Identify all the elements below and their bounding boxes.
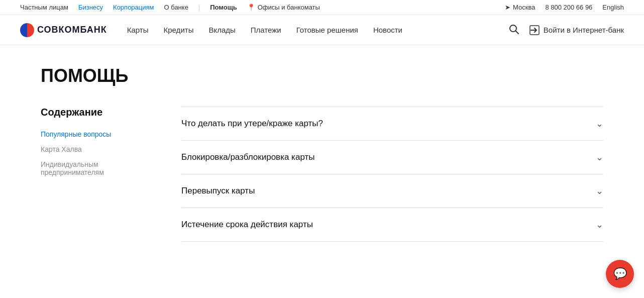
- page-title: ПОМОЩЬ: [41, 65, 603, 86]
- sidebar-title: Содержание: [41, 107, 151, 118]
- nav-links: Карты Кредиты Вклады Платежи Готовые реш…: [127, 26, 508, 34]
- chevron-down-icon-3: ⌄: [596, 185, 603, 196]
- nav-deposits[interactable]: Вклады: [208, 26, 235, 34]
- svg-line-1: [515, 31, 518, 34]
- location-arrow-icon: ➤: [505, 4, 510, 11]
- logo[interactable]: СОВКОМБАНК: [20, 23, 107, 37]
- topbar-business[interactable]: Бизнесу: [78, 4, 103, 11]
- chevron-down-icon-4: ⌄: [596, 219, 603, 230]
- logo-icon: [20, 23, 34, 37]
- sidebar-entrepreneurs[interactable]: Индивидуальным предпринимателям: [41, 160, 151, 176]
- topbar-left: Частным лицам Бизнесу Корпорациям О банк…: [20, 4, 495, 11]
- nav-credits[interactable]: Кредиты: [164, 26, 194, 34]
- topbar-right: ➤ Москва 8 800 200 66 96 English: [505, 4, 624, 11]
- search-icon[interactable]: [508, 24, 519, 37]
- topbar-language[interactable]: English: [602, 4, 624, 11]
- faq-item-2[interactable]: Блокировка/разблокировка карты ⌄: [181, 141, 603, 174]
- topbar: Частным лицам Бизнесу Корпорациям О банк…: [0, 0, 644, 15]
- topbar-help[interactable]: Помощь: [210, 4, 237, 11]
- sidebar-halva[interactable]: Карта Халва: [41, 145, 151, 153]
- topbar-location[interactable]: ➤ Москва: [505, 4, 535, 11]
- logo-text: СОВКОМБАНК: [37, 25, 107, 35]
- faq-item-3[interactable]: Перевыпуск карты ⌄: [181, 174, 603, 208]
- faq-question-4: Истечение срока действия карты: [181, 220, 313, 230]
- main-content: ПОМОЩЬ Содержание Популярные вопросы Кар…: [21, 45, 623, 262]
- sidebar: Содержание Популярные вопросы Карта Халв…: [41, 107, 151, 242]
- topbar-phone: 8 800 200 66 96: [545, 4, 592, 11]
- nav-cards[interactable]: Карты: [127, 26, 149, 34]
- content-layout: Содержание Популярные вопросы Карта Халв…: [41, 107, 603, 242]
- faq-question-2: Блокировка/разблокировка карты: [181, 152, 314, 162]
- nav-solutions[interactable]: Готовые решения: [296, 26, 358, 34]
- nav-actions: Войти в Интернет-банк: [508, 24, 624, 37]
- topbar-corporate[interactable]: Корпорациям: [113, 4, 154, 11]
- chevron-down-icon-2: ⌄: [596, 152, 603, 163]
- topbar-about[interactable]: О банке: [164, 4, 188, 11]
- navbar: СОВКОМБАНК Карты Кредиты Вклады Платежи …: [0, 15, 644, 45]
- faq-section: Что делать при утере/краже карты? ⌄ Блок…: [181, 107, 603, 242]
- sidebar-links: Популярные вопросы Карта Халва Индивидуа…: [41, 130, 151, 176]
- faq-item-1[interactable]: Что делать при утере/краже карты? ⌄: [181, 107, 603, 141]
- nav-payments[interactable]: Платежи: [251, 26, 281, 34]
- topbar-private[interactable]: Частным лицам: [20, 4, 68, 11]
- pin-icon: 📍: [247, 4, 255, 11]
- faq-question-3: Перевыпуск карты: [181, 186, 255, 196]
- faq-item-4[interactable]: Истечение срока действия карты ⌄: [181, 208, 603, 242]
- sidebar-popular[interactable]: Популярные вопросы: [41, 130, 151, 138]
- topbar-offices[interactable]: 📍 Офисы и банкоматы: [247, 4, 320, 11]
- faq-question-1: Что делать при утере/краже карты?: [181, 119, 323, 129]
- topbar-divider: |: [198, 4, 200, 11]
- chevron-down-icon-1: ⌄: [596, 118, 603, 129]
- login-icon: [529, 25, 540, 35]
- nav-news[interactable]: Новости: [373, 26, 402, 34]
- login-button[interactable]: Войти в Интернет-банк: [529, 25, 624, 35]
